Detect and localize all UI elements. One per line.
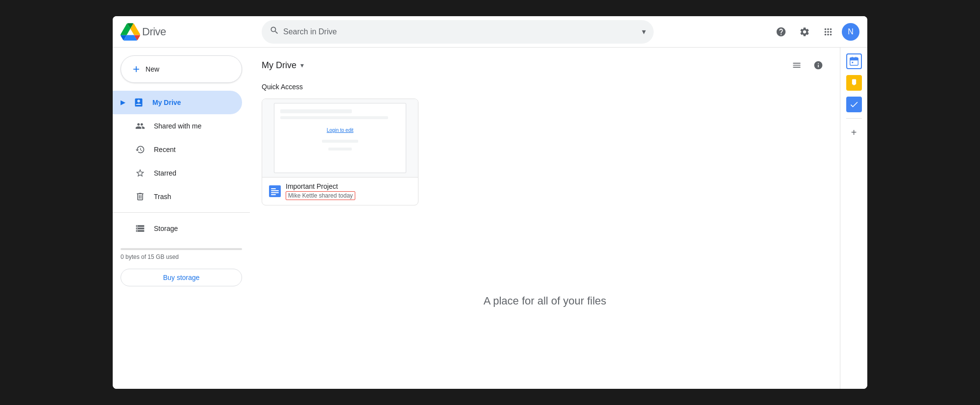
svg-rect-9 <box>852 62 853 63</box>
file-card-footer: Important Project Mike Kettle shared tod… <box>262 177 418 205</box>
search-dropdown-icon[interactable]: ▾ <box>642 27 646 36</box>
svg-rect-6 <box>850 58 858 61</box>
keep-panel-button[interactable] <box>844 73 864 93</box>
search-bar[interactable]: ▾ <box>262 20 654 44</box>
sidebar-item-my-drive[interactable]: ▶ My Drive <box>113 91 242 114</box>
user-avatar[interactable]: N <box>842 23 859 41</box>
sidebar-item-label-shared: Shared with me <box>154 122 201 130</box>
main-header: My Drive ▾ <box>250 48 840 79</box>
new-plus-icon: + <box>133 63 140 75</box>
svg-rect-7 <box>852 57 853 59</box>
header-icons: N <box>771 22 859 42</box>
empty-message: A place for all of your files <box>484 295 607 307</box>
sidebar-item-recent[interactable]: Recent <box>113 138 242 161</box>
calendar-icon <box>846 53 862 69</box>
sidebar-item-shared-with-me[interactable]: Shared with me <box>113 114 242 138</box>
search-icon <box>270 25 279 38</box>
storage-used-text: 0 bytes of 15 GB used <box>121 253 179 260</box>
file-card[interactable]: Login to edit <box>262 99 418 205</box>
doc-preview-line1 <box>280 109 352 113</box>
list-view-button[interactable] <box>787 55 807 75</box>
keep-icon <box>846 75 862 91</box>
sidebar-item-label-starred: Starred <box>154 169 176 177</box>
sidebar-item-label-my-drive: My Drive <box>152 99 181 106</box>
logo-area: Drive <box>121 22 258 42</box>
doc-preview-line3 <box>322 140 358 143</box>
sidebar-divider <box>113 212 250 213</box>
svg-rect-4 <box>271 194 276 195</box>
info-button[interactable] <box>808 55 828 75</box>
trash-icon <box>134 192 146 202</box>
tasks-icon <box>846 97 862 112</box>
svg-rect-8 <box>855 57 856 59</box>
sidebar: + New ▶ My Drive <box>113 48 250 389</box>
sidebar-item-trash[interactable]: Trash <box>113 185 242 208</box>
add-panel-button[interactable]: + <box>844 123 864 142</box>
file-preview: Login to edit <box>262 99 418 177</box>
file-meta: Important Project Mike Kettle shared tod… <box>286 182 411 200</box>
header: Drive ▾ <box>113 16 867 48</box>
main-title-chevron-icon[interactable]: ▾ <box>300 61 304 69</box>
sidebar-item-label-recent: Recent <box>154 146 175 153</box>
docs-file-icon <box>269 185 281 197</box>
storage-section: 0 bytes of 15 GB used <box>113 240 250 265</box>
tasks-panel-button[interactable] <box>844 95 864 114</box>
storage-bar-bg <box>121 248 242 250</box>
doc-preview: Login to edit <box>274 103 406 173</box>
svg-rect-3 <box>271 192 279 193</box>
storage-icon <box>134 224 146 233</box>
settings-button[interactable] <box>795 22 814 42</box>
file-name: Important Project <box>286 182 411 190</box>
empty-area: A place for all of your files <box>250 213 840 389</box>
search-input[interactable] <box>283 27 638 36</box>
doc-preview-line2 <box>280 116 388 119</box>
right-panel: + <box>840 48 867 389</box>
drive-logo-icon <box>121 22 140 42</box>
svg-rect-1 <box>271 188 276 189</box>
add-icon: + <box>851 127 857 138</box>
recent-icon <box>134 145 146 154</box>
doc-preview-link: Login to edit <box>327 127 354 133</box>
sidebar-item-label-trash: Trash <box>154 193 171 201</box>
new-button[interactable]: + New <box>121 55 242 83</box>
svg-rect-2 <box>271 190 279 191</box>
apps-button[interactable] <box>818 22 838 42</box>
shared-with-me-icon <box>134 121 146 131</box>
app-title: Drive <box>142 25 166 38</box>
quick-access-label: Quick Access <box>250 79 840 95</box>
sidebar-item-storage[interactable]: Storage <box>113 217 242 240</box>
quick-access-grid: Login to edit <box>250 95 840 213</box>
doc-preview-line4 <box>328 148 352 151</box>
main-title: My Drive <box>262 60 296 71</box>
view-toggle <box>787 55 828 75</box>
sidebar-storage-label: Storage <box>154 225 178 232</box>
sidebar-item-starred[interactable]: Starred <box>113 161 242 185</box>
main-content: My Drive ▾ Quick Access <box>250 48 840 389</box>
file-shared-text: Mike Kettle shared today <box>286 191 355 200</box>
right-panel-divider <box>846 118 862 119</box>
help-button[interactable] <box>771 22 791 42</box>
my-drive-icon <box>133 98 145 107</box>
starred-icon <box>134 168 146 178</box>
calendar-panel-button[interactable] <box>844 51 864 71</box>
app-window: Drive ▾ <box>113 16 867 389</box>
my-drive-expand-icon: ▶ <box>121 99 125 106</box>
body: + New ▶ My Drive <box>113 48 867 389</box>
buy-storage-button[interactable]: Buy storage <box>121 269 242 286</box>
new-button-label: New <box>146 65 159 73</box>
